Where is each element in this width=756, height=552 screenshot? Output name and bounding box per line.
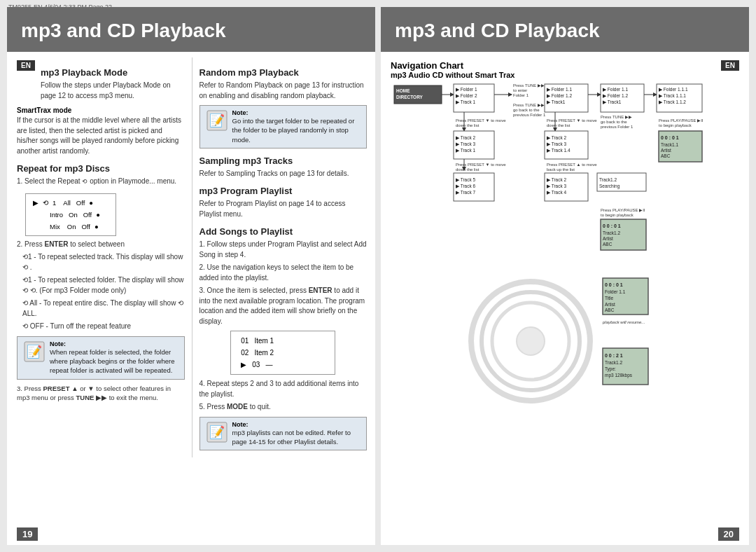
mp3-playback-body: Follow the steps under Playback Mode on … [41, 81, 185, 101]
repeat-body2d: ⟲ All - To repeat entire disc. The displ… [22, 298, 185, 319]
smarttrax-body: If the cursor is at the middle level whe… [17, 116, 185, 156]
note-icon-random: 📝 [206, 109, 228, 132]
svg-text:▶ Track 3: ▶ Track 3 [456, 142, 476, 146]
random-note-title: Note: [232, 109, 361, 116]
add-songs-body5: 5. Press MODE to quit. [200, 402, 368, 413]
playlist-item-3: — [265, 359, 272, 371]
playlist-arrow-3: ▶ [241, 359, 246, 371]
svg-text:▶ Track 3: ▶ Track 3 [547, 142, 567, 146]
add-note-title: Note: [232, 421, 361, 428]
svg-text:Press PLAY/PAUSE ▶II: Press PLAY/PAUSE ▶II [601, 208, 645, 212]
svg-text:go back to the: go back to the [601, 120, 627, 124]
repeat-body2: 2. Press ENTER to select between [17, 240, 185, 250]
sampling-body: Refer to Sampling Tracks on page 13 for … [200, 169, 368, 179]
left-page: mp3 and CD Playback EN mp3 Playback Mode… [7, 7, 375, 545]
svg-text:▶ Track 2: ▶ Track 2 [547, 177, 567, 182]
svg-text:▶ Folder 1: ▶ Folder 1 [456, 87, 477, 92]
svg-text:📝: 📝 [209, 113, 225, 128]
repeat-body2e: ⟲ OFF - Turn off the repeat feature [22, 322, 185, 332]
svg-text:DIRECTORY: DIRECTORY [396, 95, 424, 99]
svg-text:Track1.2: Track1.2 [605, 360, 622, 365]
mp3-playback-title: mp3 Playback Mode [41, 67, 185, 78]
svg-text:down the list: down the list [456, 123, 479, 127]
playlist-num-1: 01 [241, 335, 248, 347]
svg-text:▶ Track 3: ▶ Track 3 [547, 184, 567, 188]
svg-text:📝: 📝 [209, 425, 225, 440]
svg-text:Artist: Artist [661, 148, 671, 153]
svg-text:Searching: Searching [599, 184, 620, 189]
left-title-banner: mp3 and CD Playback [7, 7, 375, 52]
svg-text:▶ Folder 1.1: ▶ Folder 1.1 [547, 87, 572, 92]
svg-text:down the list: down the list [547, 123, 570, 127]
nav-chart-title: Navigation Chart [391, 60, 514, 71]
svg-text:▶ Folder 1.1.1: ▶ Folder 1.1.1 [659, 87, 688, 92]
svg-text:Press TUNE ▶▶: Press TUNE ▶▶ [601, 115, 632, 119]
svg-text:Press TUNE ▶▶: Press TUNE ▶▶ [513, 103, 545, 107]
svg-text:Type:: Type: [605, 366, 616, 372]
svg-text:0 0 : 2 1: 0 0 : 2 1 [605, 353, 623, 358]
repeat-title: Repeat for mp3 Discs [17, 163, 185, 174]
svg-text:▶ Track 2: ▶ Track 2 [547, 135, 567, 140]
add-note-text: mp3 playlists can not be edited. Refer t… [232, 428, 361, 447]
svg-text:▶ Track 5: ▶ Track 5 [456, 177, 476, 182]
add-note-box: 📝 Note: mp3 playlists can not be edited.… [200, 417, 368, 451]
svg-text:0 0 : 0 1: 0 0 : 0 1 [605, 282, 623, 287]
svg-rect-68 [597, 173, 646, 191]
svg-text:▶ Folder 2: ▶ Folder 2 [456, 93, 477, 98]
page-number-left: 19 [17, 527, 38, 541]
smarttrax-title: SmartTrax mode [17, 106, 185, 114]
nav-chart-diagram: HOME DIRECTORY ▶ Folder 1 ▶ Folder 2 ▶ T… [391, 82, 739, 502]
right-page-title: mp3 and CD Playback [395, 20, 600, 41]
svg-text:▶ Track 2: ▶ Track 2 [456, 135, 476, 140]
note-icon-add: 📝 [206, 421, 228, 443]
svg-text:Press TUNE ▶▶: Press TUNE ▶▶ [513, 83, 545, 88]
repeat-body1: 1. Select the Repeat ⟲ option in Playmod… [17, 177, 185, 187]
add-songs-title: Add Songs to Playlist [200, 226, 368, 237]
random-note-box: 📝 Note: Go into the target folder to be … [200, 105, 368, 149]
playlist-row-1: 01 Item 1 [241, 335, 325, 347]
en-badge-left: EN [17, 60, 35, 71]
svg-text:ABC: ABC [661, 153, 671, 158]
svg-text:▶ Folder 1.1: ▶ Folder 1.1 [603, 87, 628, 92]
svg-text:▶ Track 1: ▶ Track 1 [456, 99, 476, 104]
svg-text:previous Folder 1: previous Folder 1 [513, 113, 546, 117]
svg-text:back up the list: back up the list [547, 167, 575, 172]
right-title-banner: mp3 and CD Playback [381, 7, 749, 52]
svg-text:mp3   128kbps: mp3 128kbps [605, 373, 633, 378]
add-songs-body3: 3. Once the item is selected, press ENTE… [200, 286, 368, 326]
repeat-body2c: ⟲1 - To repeat selected folder. The disp… [22, 275, 185, 296]
playlist-num-2: 02 [241, 347, 248, 359]
svg-text:Title: Title [605, 296, 613, 301]
svg-text:Track1.1: Track1.1 [661, 142, 678, 147]
sampling-title: Sampling mp3 Tracks [200, 156, 368, 166]
repeat-body3: 3. Press PRESET ▲ or ▼ to select other f… [17, 384, 185, 403]
svg-text:Press PRESET ▼ to move: Press PRESET ▼ to move [456, 163, 506, 167]
svg-text:0 0 : 0 1: 0 0 : 0 1 [661, 135, 679, 140]
right-page: mp3 and CD Playback Navigation Chart mp3… [381, 7, 749, 545]
program-title: mp3 Program Playlist [200, 186, 368, 196]
svg-text:Press PRESET ▼ to move: Press PRESET ▼ to move [547, 118, 597, 123]
svg-text:▶ Track 1.4: ▶ Track 1.4 [547, 148, 570, 153]
playlist-row-3: ▶ 03 — [241, 359, 325, 371]
svg-text:Folder 1.1: Folder 1.1 [605, 289, 626, 294]
svg-text:Press PLAY/PAUSE ▶II: Press PLAY/PAUSE ▶II [659, 118, 704, 123]
page-number-right: 20 [718, 527, 739, 541]
add-songs-body4: 4. Repeat steps 2 and 3 to add additiona… [200, 379, 368, 399]
repeat-table: ▶ ⟲ 1 All Off ● Intro On Off ● [25, 193, 116, 236]
svg-text:▶ Track 7: ▶ Track 7 [456, 190, 476, 195]
playlist-table: 01 Item 1 02 Item 2 ▶ 03 — [230, 331, 335, 375]
repeat-body2b: ⟲1 - To repeat selected track. This disp… [22, 252, 185, 272]
svg-text:to enter: to enter [513, 88, 527, 92]
svg-text:▶ Folder 1.2: ▶ Folder 1.2 [603, 93, 628, 98]
note-icon-repeat: 📝 [23, 340, 46, 363]
svg-text:0 0 : 0 1: 0 0 : 0 1 [603, 223, 621, 228]
svg-text:ABC: ABC [603, 242, 612, 247]
svg-text:▶ Folder 1.2: ▶ Folder 1.2 [547, 93, 572, 98]
svg-text:Artist: Artist [603, 236, 613, 241]
svg-text:Press PRESET ▼ to move: Press PRESET ▼ to move [456, 118, 506, 123]
svg-text:to begin playback: to begin playback [659, 123, 692, 127]
playlist-item-2: Item 2 [254, 347, 274, 359]
svg-text:📝: 📝 [27, 344, 43, 359]
svg-text:to begin playback: to begin playback [601, 213, 634, 217]
playlist-row-2: 02 Item 2 [241, 347, 325, 359]
